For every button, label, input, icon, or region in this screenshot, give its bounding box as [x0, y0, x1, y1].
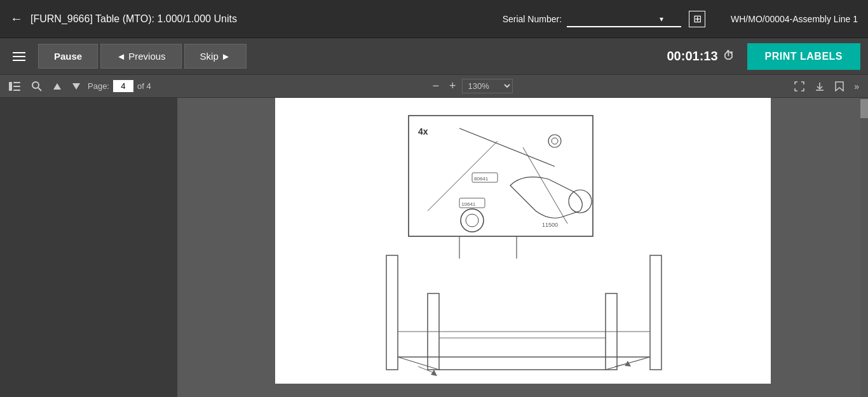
svg-rect-1 [13, 82, 20, 83]
svg-text:4x: 4x [418, 126, 428, 137]
vertical-scrollbar[interactable] [860, 98, 868, 397]
hamburger-line-1 [13, 52, 25, 53]
page-number-input[interactable] [113, 80, 133, 92]
timer-display: 00:01:13 [667, 49, 717, 64]
svg-rect-12 [409, 116, 593, 236]
hamburger-menu-button[interactable] [8, 47, 31, 66]
left-panel [0, 98, 178, 397]
svg-marker-7 [72, 83, 80, 90]
work-order-label: WH/MO/00004-Assembly Line 1 [731, 14, 858, 24]
serial-input-wrapper: ▾ [567, 11, 681, 27]
toolbar-bar: Pause ◄ Previous Skip ► 00:01:13 ⏱ PRINT… [0, 38, 868, 75]
hamburger-line-2 [13, 56, 25, 57]
search-button[interactable] [28, 79, 46, 94]
svg-text:80641: 80641 [474, 176, 489, 182]
skip-button[interactable]: Skip ► [184, 44, 247, 69]
header-bar: ← [FURN_9666] Table (MTO): 1.000/1.000 U… [0, 0, 868, 38]
serial-number-group: Serial Number: ▾ ⊞ [503, 11, 705, 27]
fullscreen-button[interactable] [790, 79, 808, 94]
svg-marker-6 [53, 83, 61, 90]
prev-page-button[interactable] [50, 81, 65, 92]
assembly-illustration: 4x 80641 10641 11500 [281, 103, 764, 379]
timer-icon: ⏱ [723, 50, 735, 63]
pdf-right-tools: » [790, 79, 863, 94]
print-labels-button[interactable]: PRINT LABELS [747, 43, 860, 70]
serial-number-label: Serial Number: [503, 14, 562, 24]
scrollbar-thumb[interactable] [860, 99, 868, 118]
svg-line-5 [38, 88, 41, 91]
pdf-toolbar: Page: of 4 − + 130% 100% 75% 50% [0, 75, 868, 98]
hamburger-line-3 [13, 60, 25, 61]
svg-point-4 [32, 82, 39, 88]
pause-button[interactable]: Pause [38, 44, 98, 69]
pdf-page: 4x 80641 10641 11500 [275, 98, 771, 384]
zoom-controls: − + 130% 100% 75% 50% [428, 78, 513, 94]
back-button[interactable]: ← [10, 11, 23, 26]
page-title: [FURN_9666] Table (MTO): 1.000/1.000 Uni… [31, 13, 503, 25]
page-label: Page: [88, 81, 109, 91]
sidebar-toggle-button[interactable] [5, 79, 24, 93]
svg-rect-2 [13, 86, 20, 87]
download-button[interactable] [811, 79, 829, 94]
timer-group: 00:01:13 ⏱ [667, 49, 734, 64]
page-total-label: of 4 [137, 81, 151, 91]
serial-number-input[interactable] [567, 11, 681, 27]
zoom-out-button[interactable]: − [428, 78, 443, 94]
zoom-select[interactable]: 130% 100% 75% 50% [462, 79, 513, 93]
next-page-button[interactable] [69, 81, 84, 92]
svg-text:11500: 11500 [542, 222, 558, 228]
previous-button[interactable]: ◄ Previous [100, 44, 181, 69]
more-tools-button[interactable]: » [850, 79, 863, 94]
svg-text:10641: 10641 [461, 201, 476, 207]
serial-add-button[interactable]: ⊞ [689, 11, 705, 27]
zoom-in-button[interactable]: + [445, 78, 460, 94]
svg-rect-0 [9, 82, 12, 91]
pdf-viewer: 4x 80641 10641 11500 [178, 98, 868, 397]
bookmark-button[interactable] [831, 79, 848, 94]
content-area: 4x 80641 10641 11500 [0, 98, 868, 397]
svg-marker-10 [836, 82, 843, 91]
svg-rect-3 [13, 90, 20, 91]
